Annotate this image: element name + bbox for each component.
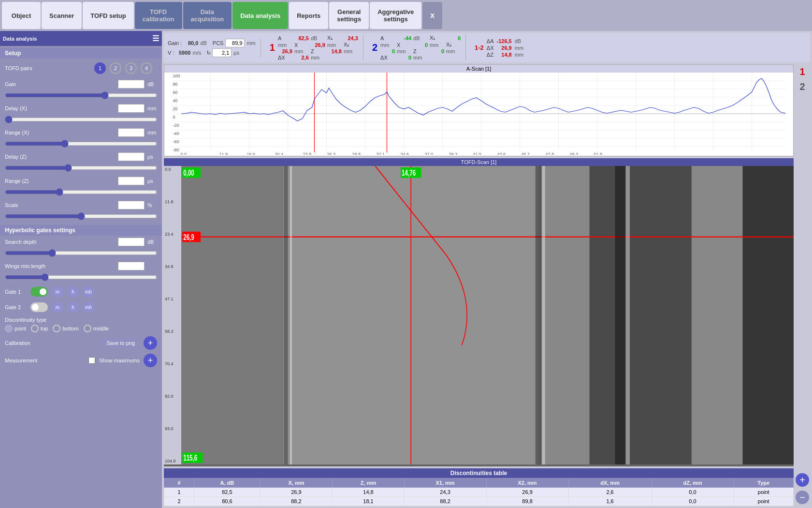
disc-type-point-label: point: [14, 326, 26, 331]
c2-dx-unit: mm: [413, 55, 428, 60]
svg-text:26,9: 26,9: [183, 233, 194, 242]
svg-text:49,3: 49,3: [570, 152, 579, 155]
disc-type-top[interactable]: top: [31, 325, 48, 332]
charts-with-markers: A-Scan [1]: [164, 64, 810, 506]
table-plus-btn[interactable]: +: [796, 473, 809, 487]
gate2-h-btn[interactable]: h: [67, 301, 79, 313]
range-z-input[interactable]: 35: [118, 177, 145, 185]
c2-x2-val: 0: [380, 48, 395, 54]
show-maximums-checkbox[interactable]: [88, 357, 95, 364]
marker-2[interactable]: 2: [799, 81, 805, 92]
general-settings-btn[interactable]: Generalsettings: [329, 2, 369, 29]
delay-x-input[interactable]: 0: [118, 104, 145, 113]
gate1-m-btn[interactable]: m: [52, 286, 63, 298]
measurement-plus-btn[interactable]: +: [144, 354, 157, 367]
gate1-mh-btn[interactable]: mh: [83, 286, 94, 298]
pair-2[interactable]: 2: [110, 62, 121, 74]
aggregative-settings-btn[interactable]: Aggregativesettings: [370, 2, 421, 29]
range-z-slider[interactable]: [5, 188, 157, 196]
search-depth-row: Search depth 12 dB: [0, 236, 162, 248]
gate1-h-btn[interactable]: h: [67, 286, 79, 298]
disc-type-title: Discontinuity type: [5, 317, 157, 323]
delay-x-slider[interactable]: [5, 116, 157, 123]
ascan-title: A-Scan [1]: [164, 65, 793, 73]
panel-title: Data analysis: [3, 36, 37, 42]
calibration-plus-btn[interactable]: +: [144, 336, 157, 350]
object-btn[interactable]: Object: [2, 2, 41, 29]
table-row: 280,688,218,188,289,81,60,0point: [164, 497, 794, 506]
tofd-scan-main[interactable]: 0,00 14,76 26,9 115,6: [181, 166, 794, 464]
t0-input[interactable]: [212, 48, 232, 57]
svg-rect-58: [590, 166, 692, 464]
svg-text:-20: -20: [173, 123, 179, 128]
info-bar: Gain : 80,0 dB PCS mm V : 5900 m/s t₀ μs: [164, 33, 810, 62]
disc-type-point[interactable]: point: [5, 325, 26, 332]
save-to-png-btn[interactable]: Save to png: [102, 338, 140, 348]
y-5: 58.3: [165, 329, 180, 334]
gate1-toggle[interactable]: [30, 287, 48, 297]
delay-z-slider[interactable]: [5, 164, 157, 172]
search-depth-input[interactable]: 12: [118, 238, 145, 246]
scale-input[interactable]: 100: [118, 201, 145, 209]
delay-x-slider-row: [0, 115, 162, 126]
scale-row: Scale 100 %: [0, 199, 162, 211]
gate2-toggle[interactable]: [30, 302, 48, 312]
radio-middle: [84, 325, 91, 332]
scale-slider[interactable]: [5, 212, 157, 220]
ascan-svg[interactable]: 100 80 60 40 20 0 -20 -40 -60 -80: [164, 73, 793, 155]
svg-text:41,5: 41,5: [473, 152, 482, 155]
range-z-label: Range (Z): [5, 178, 115, 184]
c2-x2-unit: mm: [397, 48, 411, 54]
svg-text:34,6: 34,6: [401, 152, 409, 155]
disc-type-bottom[interactable]: bottom: [53, 325, 79, 332]
diff-dx-unit: mm: [515, 45, 523, 51]
tofd-calibration-btn[interactable]: TOFDcalibration: [135, 2, 182, 29]
search-depth-slider[interactable]: [5, 249, 157, 257]
gain-info: Gain : 80,0 dB PCS mm: [168, 39, 256, 47]
close-btn[interactable]: x: [422, 2, 442, 29]
marker-1[interactable]: 1: [799, 66, 805, 77]
wings-min-input[interactable]: 5: [118, 262, 145, 270]
c1-x-val: 26,9: [311, 42, 325, 48]
wings-min-slider-row: [0, 272, 162, 284]
pair-4[interactable]: 4: [141, 62, 152, 74]
data-acquisition-btn[interactable]: Dataacquisition: [183, 2, 232, 29]
setup-section: Setup: [0, 48, 162, 59]
diff-dz-unit: mm: [515, 52, 523, 58]
reports-btn[interactable]: Reports: [289, 2, 328, 29]
cursor2-section: 2 A -44 dB X₁ 0 mm X 0 mm X₂ 0 mm Z 0 m: [367, 35, 466, 60]
range-z-row: Range (Z) 35 μs: [0, 175, 162, 187]
c2-a-val: -44: [397, 35, 411, 41]
pair-1[interactable]: 1: [94, 62, 106, 74]
delay-z-input[interactable]: 41: [118, 152, 145, 161]
diff-da-lbl: ΔA: [487, 38, 494, 44]
tofd-setup-btn[interactable]: TOFD setup: [83, 2, 133, 29]
c1-a-unit: dB: [311, 35, 325, 41]
table-minus-btn[interactable]: −: [796, 491, 809, 504]
cursor2-grid: A -44 dB X₁ 0 mm X 0 mm X₂ 0 mm Z 0 mm Δ…: [380, 35, 461, 60]
gain-input[interactable]: 80: [118, 80, 145, 89]
menu-icon[interactable]: ☰: [152, 34, 159, 43]
col-type: Type: [734, 478, 794, 488]
main-layout: Data analysis ☰ Setup TOFD pairs 1 2 3 4…: [0, 31, 812, 508]
svg-text:43,6: 43,6: [497, 152, 506, 155]
range-z-slider-row: [0, 187, 162, 199]
wings-min-slider[interactable]: [5, 273, 157, 281]
gain-slider[interactable]: [5, 91, 157, 99]
range-x-slider[interactable]: [5, 140, 157, 148]
range-x-input[interactable]: 116: [118, 128, 145, 137]
disc-type-middle[interactable]: middle: [84, 325, 109, 332]
t0-unit: μs: [233, 50, 239, 56]
gate2-m-btn[interactable]: m: [52, 301, 63, 313]
pair-3[interactable]: 3: [125, 62, 137, 74]
pcs-input[interactable]: [225, 39, 245, 47]
measurement-row: Measurement Show maximums +: [0, 352, 162, 369]
scanner-btn[interactable]: Scanner: [42, 2, 82, 29]
data-analysis-btn[interactable]: Data analysis: [232, 2, 288, 29]
gain-info-label: Gain :: [168, 40, 182, 46]
svg-text:100: 100: [173, 74, 180, 78]
diff-grid: ΔA -126,5 dB ΔX 26,9 mm ΔZ 14,8 mm: [487, 38, 523, 58]
gate2-mh-btn[interactable]: mh: [83, 301, 94, 313]
gain-slider-row: [0, 90, 162, 102]
col-x1: X1, mm: [404, 478, 486, 488]
